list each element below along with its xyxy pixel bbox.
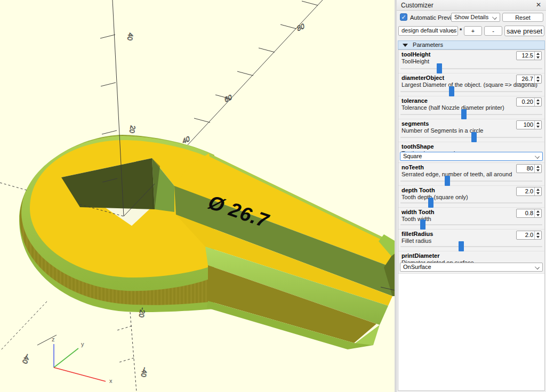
parameter-row-toothShape: toothShapeToothe shape: round, squareSqu… — [398, 142, 544, 163]
value-spinbox[interactable]: 80 — [516, 164, 542, 173]
parameter-name: depth Tooth — [402, 187, 435, 193]
parameter-value[interactable]: 80 — [527, 165, 533, 172]
close-icon[interactable]: ✕ — [534, 1, 543, 9]
slider-handle[interactable] — [449, 86, 454, 96]
parameter-description: Tooth depth (square only) — [402, 194, 468, 200]
slider-handle[interactable] — [437, 63, 442, 74]
parameter-name: noTeeth — [402, 164, 424, 170]
3d-scene: Ø 26.7 — [0, 0, 395, 392]
parameter-name: toolHeight — [402, 51, 430, 58]
value-spinbox[interactable]: 12.5 — [516, 51, 542, 60]
axis-triad-labels: z y x — [52, 336, 113, 384]
parameter-name: segments — [402, 120, 429, 127]
printDiameter-dropdown[interactable]: OnSurface — [400, 263, 543, 272]
parameter-description: Tooth width — [402, 216, 431, 222]
triad-x-label: x — [109, 378, 113, 384]
panel-title: Customizer — [401, 2, 433, 9]
value-spinbox[interactable]: 2.0 — [516, 187, 542, 196]
customizer-panel: Customizer ✕ ✓ Automatic Preview Show De… — [395, 0, 546, 392]
chevron-down-icon — [535, 265, 540, 270]
parameter-row-printDiameter: printDiameterDiameter printed on surface… — [398, 251, 544, 274]
parameter-description: ToolHeight — [402, 58, 429, 64]
slider-track[interactable] — [400, 202, 542, 203]
automatic-preview-checkbox[interactable]: ✓ — [400, 13, 407, 21]
parameter-description: Fillet radius — [402, 238, 431, 244]
value-spinbox[interactable]: 0.8 — [516, 209, 542, 218]
y-axis-label-60: 60 — [224, 93, 232, 104]
value-spinbox[interactable]: 0.20 — [516, 97, 542, 107]
parameter-value[interactable]: 0.8 — [525, 210, 533, 216]
parameter-name: diameterObject — [402, 75, 444, 81]
slider-track[interactable] — [400, 224, 542, 225]
chevron-down-icon — [535, 154, 540, 159]
slider-handle[interactable] — [420, 219, 425, 230]
spinner-arrows-icon[interactable] — [534, 165, 541, 173]
neg-z-axis-label-40: -40 — [139, 366, 149, 378]
parameter-row-noTeeth: noTeethSerrated edge, number of teeth, a… — [398, 163, 544, 186]
spinner-arrows-icon[interactable] — [534, 187, 541, 195]
triad-y-label: y — [81, 341, 84, 347]
slider-handle[interactable] — [461, 109, 467, 119]
remove-preset-button[interactable]: - — [484, 26, 502, 36]
parameters-section-header[interactable]: Parameters — [398, 40, 545, 50]
reset-button[interactable]: Reset — [502, 13, 543, 22]
y-axis-label-80: 80 — [296, 22, 305, 33]
parameter-description: Serrated edge, number of teeth, all arou… — [402, 171, 512, 177]
parameter-row-diameterObject: diameterObjectLargest Diameter of the ob… — [398, 74, 544, 96]
axis-triad — [54, 344, 106, 381]
parameter-row-width-Tooth: width ToothTooth width0.8 — [398, 208, 544, 230]
slider-handle[interactable] — [428, 198, 433, 208]
add-preset-button[interactable]: + — [464, 26, 482, 36]
parameter-description: Tolerance (half Nozzle diameter printer) — [402, 104, 504, 111]
triad-z-label: z — [52, 336, 55, 342]
slider-handle[interactable] — [471, 132, 477, 142]
parameter-value[interactable]: 2.0 — [525, 232, 533, 238]
spinner-arrows-icon[interactable] — [534, 231, 541, 239]
slider-track[interactable] — [400, 246, 542, 247]
parameter-row-segments: segmentsNumber of Segments in a circle10… — [398, 119, 544, 142]
slider-track[interactable] — [400, 114, 542, 115]
parameters-scroll-area[interactable]: toolHeightToolHeight12.5diameterObjectLa… — [398, 50, 545, 391]
selected-option: Square — [403, 153, 422, 159]
spinner-arrows-icon[interactable] — [534, 209, 541, 217]
spinner-arrows-icon[interactable] — [534, 52, 541, 60]
z-axis-label-40: 40 — [126, 32, 135, 41]
parameter-name: filletRadius — [402, 231, 433, 237]
spinner-arrows-icon[interactable] — [534, 75, 541, 83]
panel-titlebar: Customizer ✕ — [397, 0, 546, 11]
save-preset-button[interactable]: save preset — [504, 26, 544, 36]
parameter-row-tolerance: toleranceTolerance (half Nozzle diameter… — [398, 96, 544, 119]
neg-y-axis-label-40: -40 — [21, 353, 32, 365]
slider-handle[interactable] — [445, 176, 450, 186]
value-spinbox[interactable]: 2.0 — [516, 231, 542, 240]
parameter-value[interactable]: 26.7 — [522, 76, 533, 82]
parameter-value[interactable]: 100 — [524, 121, 533, 128]
parameter-value[interactable]: 0.20 — [522, 99, 533, 105]
slider-handle[interactable] — [459, 241, 464, 251]
slider-track[interactable] — [400, 137, 542, 138]
modified-marker: * — [460, 27, 462, 34]
parameter-name: tolerance — [402, 97, 428, 104]
parameter-name: printDiameter — [402, 252, 440, 259]
value-spinbox[interactable]: 26.7 — [516, 75, 542, 84]
spinner-arrows-icon[interactable] — [534, 121, 541, 129]
3d-viewport[interactable]: Ø 26.7 — [0, 0, 395, 392]
tool-shaft: Ø 26.7 — [174, 153, 395, 349]
parameter-row-depth-Tooth: depth ToothTooth depth (square only)2.0 — [398, 186, 544, 208]
parameter-value[interactable]: 12.5 — [522, 52, 533, 59]
parameter-value[interactable]: 2.0 — [525, 188, 533, 194]
spinner-arrows-icon[interactable] — [534, 98, 541, 106]
parameter-row-filletRadius: filletRadiusFillet radius2.0 — [398, 230, 544, 251]
parameter-name: width Tooth — [402, 209, 435, 215]
parameter-name: toothShape — [402, 143, 434, 150]
parameter-row-toolHeight: toolHeightToolHeight12.5 — [398, 50, 544, 74]
details-dropdown[interactable]: Show Details — [451, 13, 500, 22]
collapse-triangle-icon — [403, 44, 408, 47]
slider-track[interactable] — [400, 181, 542, 182]
value-spinbox[interactable]: 100 — [516, 120, 542, 129]
preset-dropdown[interactable]: design default values — [398, 26, 458, 36]
selected-option: OnSurface — [403, 264, 431, 270]
slider-track[interactable] — [400, 91, 542, 92]
slider-track[interactable] — [400, 68, 542, 69]
toothShape-dropdown[interactable]: Square — [400, 152, 543, 161]
